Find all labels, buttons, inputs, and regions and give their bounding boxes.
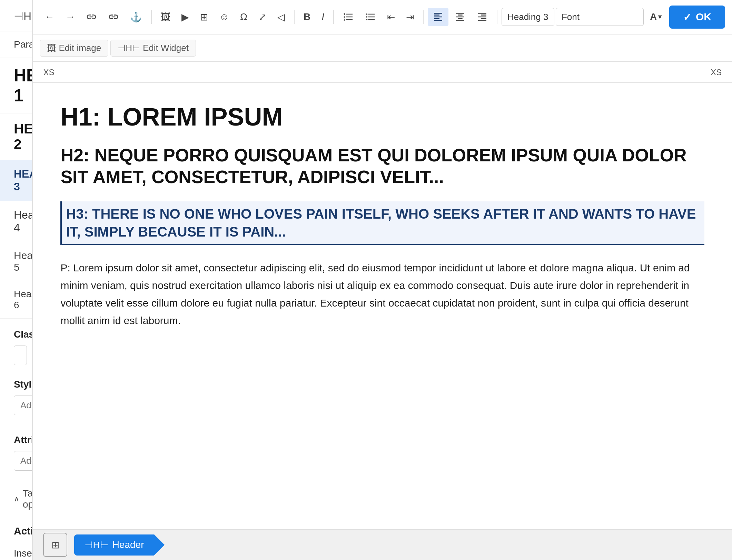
xs-label-left: XS bbox=[43, 68, 54, 77]
attributes-section: Attributes : bbox=[0, 424, 32, 480]
sidebar-item-h1[interactable]: HEADER 1 bbox=[0, 58, 32, 113]
separator-1 bbox=[151, 10, 152, 24]
font-select-wrapper: Font Arial Georgia Times New Roman bbox=[556, 8, 644, 26]
header-block-icon: ⊣H⊢ bbox=[14, 10, 33, 23]
tag-options-arrow-icon: ∧ bbox=[14, 494, 19, 503]
edit-widget-button[interactable]: ⊣H⊢ Edit Widget bbox=[110, 40, 196, 57]
content-h3: H3: THERE IS NO ONE WHO LOVES PAIN ITSEL… bbox=[60, 201, 704, 245]
decrease-indent-button[interactable]: ⇤ bbox=[382, 8, 400, 26]
styles-input-row: : bbox=[14, 396, 18, 415]
bottom-bar-tag-label: Header bbox=[112, 539, 144, 550]
classes-section: Classes bbox=[0, 319, 32, 369]
text-color-button[interactable]: A ▼ bbox=[645, 8, 668, 26]
format-toolbar: 🖼 Edit image ⊣H⊢ Edit Widget bbox=[33, 34, 732, 62]
source-button[interactable]: ◁ bbox=[273, 8, 290, 26]
action-insert-before[interactable]: Insert text before bbox=[14, 544, 18, 560]
styles-key-input[interactable] bbox=[14, 396, 33, 415]
tag-options-label: Tag options bbox=[23, 488, 33, 510]
xs-bar: XS XS bbox=[33, 62, 732, 83]
align-left-button[interactable] bbox=[428, 8, 448, 26]
separator-2 bbox=[294, 10, 295, 24]
increase-indent-button[interactable]: ⇥ bbox=[401, 8, 419, 26]
anchor-button[interactable]: ⚓ bbox=[125, 8, 147, 26]
bottom-bar-tag-icon: ⊣H⊢ bbox=[85, 539, 108, 551]
sidebar-item-h2[interactable]: HEADER 2 bbox=[0, 113, 32, 160]
bottom-bar-grid-icon[interactable]: ⊞ bbox=[43, 533, 67, 557]
sidebar-item-h4[interactable]: Header 4 bbox=[0, 201, 32, 242]
sidebar-header: ⊣H⊢ Header bbox=[0, 0, 32, 31]
actions-title: Actions bbox=[14, 525, 18, 537]
attributes-input-row: : bbox=[14, 451, 18, 471]
align-center-button[interactable] bbox=[450, 8, 471, 26]
xs-label-right: XS bbox=[711, 68, 722, 77]
heading-select-wrapper: Heading 1 Heading 2 Heading 3 Heading 4 … bbox=[502, 8, 554, 26]
classes-input[interactable] bbox=[14, 346, 27, 365]
main-toolbar: ← → ⚓ 🖼 ▶ ⊞ ☺ Ω ⤢ ◁ B I ⇤ ⇥ bbox=[33, 0, 732, 34]
bold-button[interactable]: B bbox=[299, 8, 315, 26]
fullscreen-button[interactable]: ⤢ bbox=[254, 8, 271, 26]
image-button[interactable]: 🖼 bbox=[156, 8, 175, 26]
italic-button[interactable]: I bbox=[317, 8, 329, 26]
bottom-bar-arrow bbox=[154, 534, 165, 555]
sidebar: ⊣H⊢ Header Paragraph HEADER 1 HEADER 2 H… bbox=[0, 0, 33, 560]
ok-button[interactable]: ✓ OK bbox=[669, 6, 725, 29]
table-button[interactable]: ⊞ bbox=[195, 8, 213, 26]
sidebar-item-paragraph[interactable]: Paragraph bbox=[0, 31, 32, 58]
unlink-button[interactable] bbox=[103, 8, 124, 26]
actions-section: Actions Insert text before Insert text a… bbox=[0, 518, 32, 560]
bottom-bar: ⊞ ⊣H⊢ Header bbox=[33, 529, 732, 560]
sidebar-item-h6[interactable]: Header 6 bbox=[0, 281, 32, 319]
undo-button[interactable]: ← bbox=[40, 8, 59, 26]
separator-4 bbox=[423, 10, 424, 24]
content-h2: H2: NEQUE PORRO QUISQUAM EST QUI DOLOREM… bbox=[60, 144, 704, 188]
sidebar-item-h5[interactable]: Header 5 bbox=[0, 242, 32, 281]
edit-image-button[interactable]: 🖼 Edit image bbox=[40, 40, 108, 57]
sidebar-item-h3[interactable]: HEADER 3 bbox=[0, 160, 32, 201]
attributes-label: Attributes bbox=[14, 434, 18, 446]
separator-5 bbox=[497, 10, 497, 24]
styles-section: Styles : bbox=[0, 369, 32, 424]
redo-button[interactable]: → bbox=[60, 8, 80, 26]
attributes-key-input[interactable] bbox=[14, 451, 33, 471]
link-button[interactable] bbox=[81, 8, 102, 26]
font-select[interactable]: Font Arial Georgia Times New Roman bbox=[556, 8, 644, 26]
align-right-button[interactable] bbox=[472, 8, 493, 26]
tag-options-toggle[interactable]: ∧ Tag options bbox=[0, 480, 32, 518]
special-char-button[interactable]: Ω bbox=[235, 8, 252, 26]
emoji-button[interactable]: ☺ bbox=[214, 8, 234, 26]
separator-3 bbox=[333, 10, 334, 24]
bottom-bar-header-tag[interactable]: ⊣H⊢ Header bbox=[74, 534, 154, 556]
editor-area: ← → ⚓ 🖼 ▶ ⊞ ☺ Ω ⤢ ◁ B I ⇤ ⇥ bbox=[33, 0, 732, 560]
content-paragraph: P: Lorem ipsum dolor sit amet, consectet… bbox=[60, 259, 704, 329]
media-button[interactable]: ▶ bbox=[177, 8, 194, 26]
unordered-list-button[interactable] bbox=[360, 8, 381, 26]
classes-label: Classes bbox=[14, 329, 18, 340]
styles-label: Styles bbox=[14, 379, 18, 390]
content-area[interactable]: H1: LOREM IPSUM H2: NEQUE PORRO QUISQUAM… bbox=[33, 83, 732, 529]
ordered-list-button[interactable] bbox=[338, 8, 359, 26]
heading-select[interactable]: Heading 1 Heading 2 Heading 3 Heading 4 … bbox=[502, 8, 554, 26]
content-h1: H1: LOREM IPSUM bbox=[60, 103, 704, 131]
